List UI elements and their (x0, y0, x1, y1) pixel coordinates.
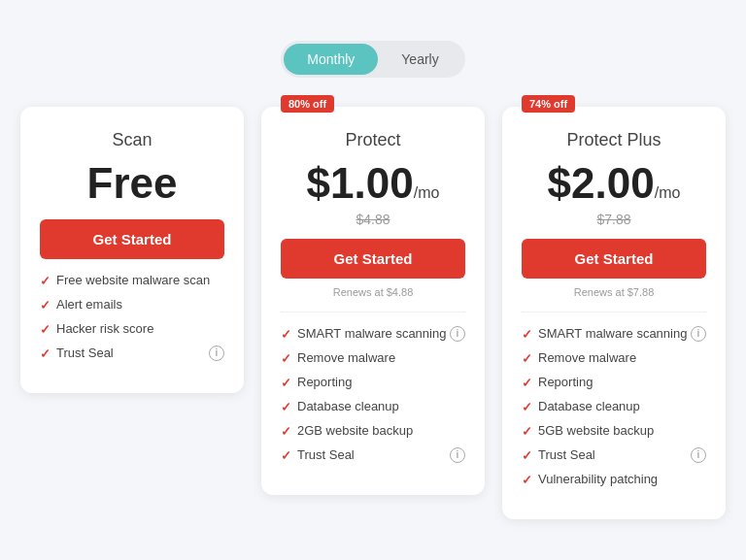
feature-item: ✓ Remove malware (522, 350, 706, 366)
billing-toggle: Monthly Yearly (281, 41, 464, 78)
feature-text: Reporting (297, 375, 465, 389)
features-list: ✓ SMART malware scanning i ✓ Remove malw… (522, 326, 706, 487)
feature-row: Hacker risk score (56, 321, 224, 336)
feature-item: ✓ Database cleanup (522, 399, 706, 414)
feature-item: ✓ Trust Seal i (522, 447, 706, 463)
check-icon: ✓ (522, 424, 532, 439)
check-icon: ✓ (522, 351, 532, 366)
feature-text: Vulnerability patching (538, 472, 706, 486)
feature-row: Remove malware (297, 350, 465, 365)
feature-item: ✓ Remove malware (281, 350, 465, 366)
feature-text: Database cleanup (297, 399, 465, 413)
plan-price: Free (40, 160, 224, 207)
check-icon: ✓ (281, 327, 291, 342)
check-icon: ✓ (522, 376, 532, 390)
feature-text: Remove malware (297, 350, 465, 365)
feature-text: Hacker risk score (56, 321, 224, 336)
feature-row: SMART malware scanning i (538, 326, 706, 342)
info-icon[interactable]: i (450, 447, 465, 463)
check-icon: ✓ (40, 346, 51, 361)
feature-row: Reporting (538, 375, 706, 389)
info-icon[interactable]: i (691, 447, 706, 463)
feature-item: ✓ SMART malware scanning i (522, 326, 706, 342)
check-icon: ✓ (40, 322, 51, 337)
feature-item: ✓ Database cleanup (281, 399, 465, 414)
check-icon: ✓ (522, 448, 532, 463)
feature-row: Reporting (297, 375, 465, 389)
feature-item: ✓ Free website malware scan (40, 273, 224, 288)
feature-item: ✓ Alert emails (40, 297, 224, 313)
feature-text: Trust Seal (538, 447, 691, 462)
feature-text: Trust Seal (297, 447, 450, 462)
original-price: $7.88 (522, 212, 706, 227)
info-icon[interactable]: i (209, 346, 224, 361)
feature-text: SMART malware scanning (538, 326, 691, 341)
feature-text: Database cleanup (538, 399, 706, 413)
renews-text: Renews at $7.88 (522, 286, 706, 298)
feature-item: ✓ Trust Seal i (40, 346, 224, 361)
plan-card-protect-plus: 74% offProtect Plus$2.00/mo$7.88Get Star… (502, 107, 726, 518)
features-list: ✓ SMART malware scanning i ✓ Remove malw… (281, 326, 465, 463)
feature-row: Database cleanup (297, 399, 465, 413)
feature-text: SMART malware scanning (297, 326, 450, 341)
check-icon: ✓ (40, 274, 51, 288)
plan-title: Protect (281, 130, 465, 150)
check-icon: ✓ (281, 424, 291, 439)
feature-row: SMART malware scanning i (297, 326, 465, 342)
feature-text: 2GB website backup (297, 423, 465, 438)
feature-row: 2GB website backup (297, 423, 465, 438)
feature-row: Trust Seal i (297, 447, 465, 463)
plan-card-protect: 80% offProtect$1.00/mo$4.88Get StartedRe… (261, 107, 485, 494)
feature-text: 5GB website backup (538, 423, 706, 438)
check-icon: ✓ (281, 400, 291, 414)
check-icon: ✓ (522, 327, 532, 342)
feature-item: ✓ Hacker risk score (40, 321, 224, 337)
plan-title: Scan (40, 130, 224, 150)
get-started-button[interactable]: Get Started (40, 219, 224, 259)
plan-price: $1.00/mo (281, 160, 465, 207)
plan-price: $2.00/mo (522, 160, 706, 207)
feature-item: ✓ 2GB website backup (281, 423, 465, 439)
feature-item: ✓ 5GB website backup (522, 423, 706, 439)
info-icon[interactable]: i (691, 326, 706, 342)
renews-text: Renews at $4.88 (281, 286, 465, 298)
feature-text: Alert emails (56, 297, 224, 312)
feature-text: Remove malware (538, 350, 706, 365)
check-icon: ✓ (281, 448, 291, 463)
feature-item: ✓ Trust Seal i (281, 447, 465, 463)
check-icon: ✓ (40, 298, 51, 313)
feature-row: Trust Seal i (56, 346, 224, 361)
feature-row: 5GB website backup (538, 423, 706, 438)
feature-row: Alert emails (56, 297, 224, 312)
feature-item: ✓ Vulnerability patching (522, 472, 706, 487)
feature-text: Reporting (538, 375, 706, 389)
feature-row: Vulnerability patching (538, 472, 706, 486)
feature-row: Database cleanup (538, 399, 706, 413)
features-list: ✓ Free website malware scan ✓ Alert emai… (40, 273, 224, 361)
check-icon: ✓ (522, 473, 532, 487)
monthly-toggle-btn[interactable]: Monthly (284, 44, 378, 75)
feature-item: ✓ Reporting (281, 375, 465, 390)
feature-text: Trust Seal (56, 346, 209, 360)
yearly-toggle-btn[interactable]: Yearly (378, 44, 461, 75)
get-started-button[interactable]: Get Started (281, 239, 465, 279)
plan-card-scan: ScanFreeGet Started ✓ Free website malwa… (20, 107, 244, 392)
check-icon: ✓ (281, 351, 291, 366)
info-icon[interactable]: i (450, 326, 465, 342)
feature-text: Free website malware scan (56, 273, 224, 287)
pricing-cards: ScanFreeGet Started ✓ Free website malwa… (20, 107, 726, 518)
feature-row: Free website malware scan (56, 273, 224, 287)
original-price: $4.88 (281, 212, 465, 227)
check-icon: ✓ (281, 376, 291, 390)
feature-item: ✓ SMART malware scanning i (281, 326, 465, 342)
check-icon: ✓ (522, 400, 532, 414)
feature-item: ✓ Reporting (522, 375, 706, 390)
plan-title: Protect Plus (522, 130, 706, 150)
feature-row: Remove malware (538, 350, 706, 365)
discount-badge: 80% off (281, 95, 334, 113)
discount-badge: 74% off (522, 95, 575, 113)
feature-row: Trust Seal i (538, 447, 706, 463)
get-started-button[interactable]: Get Started (522, 239, 706, 279)
